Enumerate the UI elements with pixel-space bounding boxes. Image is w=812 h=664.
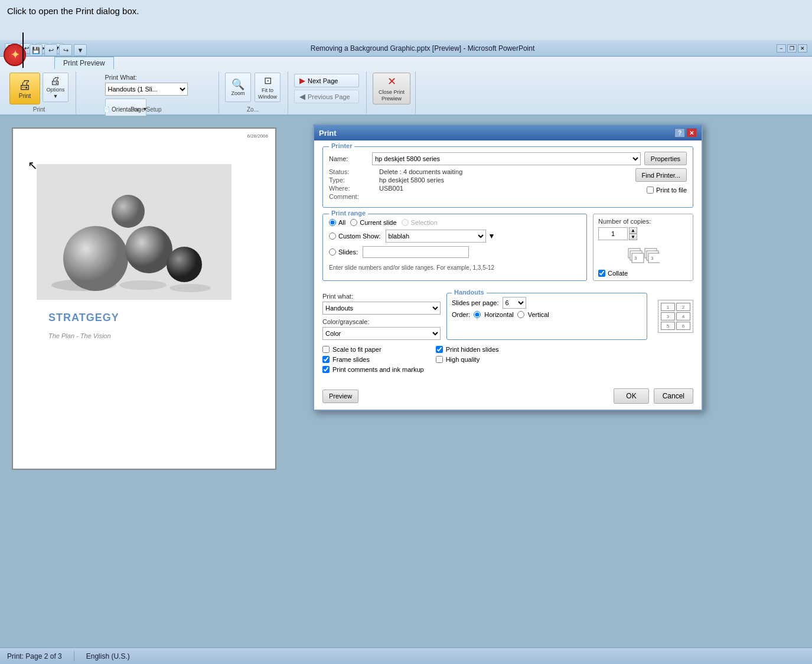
dialog-close-btn[interactable]: ✕ (686, 128, 697, 138)
slide-layout-icon: 1 2 3 4 5 6 (658, 300, 693, 333)
sli-2: 2 (676, 303, 690, 311)
svg-rect-17 (648, 253, 660, 263)
vertical-radio[interactable] (517, 311, 524, 318)
sli-4: 4 (676, 312, 690, 320)
custom-show-select[interactable]: blablah (386, 230, 486, 243)
qa-undo[interactable]: ↩ (44, 44, 57, 56)
dialog-footer: Preview OK Cancel (314, 385, 702, 410)
print-what-bottom-select[interactable]: Handouts (322, 302, 441, 315)
prev-page-button[interactable]: ◀ Previous Page (294, 90, 359, 103)
type-label: Type: (329, 176, 367, 184)
office-icon: ✦ (11, 48, 19, 61)
handouts-section: Handouts Slides per page: 6 Order: Horiz… (446, 293, 647, 340)
ribbon-group-nav: ▶ Next Page ◀ Previous Page (289, 71, 367, 114)
minimize-btn[interactable]: − (777, 44, 786, 53)
slides-input[interactable] (363, 246, 469, 258)
fit-to-window-button[interactable]: ⊡ Fit to Window (255, 73, 281, 102)
all-label: All (338, 219, 345, 226)
zoom-icon: 🔍 (231, 79, 244, 90)
slides-per-page-select[interactable]: 6 (503, 297, 526, 309)
custom-show-radio[interactable] (329, 233, 336, 240)
qa-dropdown[interactable]: ▼ (74, 44, 87, 56)
ribbon-group-page-setup: Print What: Handouts (1 Sli... 📄 Orienta… (77, 71, 219, 114)
print-to-file-checkbox[interactable] (647, 187, 654, 194)
fit-to-window-label: Fit to Window (255, 87, 280, 100)
qa-redo[interactable]: ↪ (59, 44, 72, 56)
qa-save[interactable]: 💾 (30, 44, 43, 56)
color-select[interactable]: Color (322, 327, 441, 340)
preview-button[interactable]: Preview (322, 390, 358, 403)
status-value: Delete : 4 documents waiting (379, 168, 462, 175)
current-slide-label: Current slide (360, 219, 396, 226)
print-preview-tab[interactable]: Print Preview (54, 57, 114, 69)
quick-access-toolbar: 💾 ↩ ↪ ▼ (30, 42, 87, 58)
comments-checkbox[interactable] (322, 366, 330, 373)
custom-show-label: Custom Show: (338, 233, 381, 240)
print-what-bottom-label: Print what: (322, 293, 441, 300)
current-slide-radio[interactable] (350, 219, 357, 226)
print-button[interactable]: 🖨 Print (9, 73, 40, 104)
svg-point-3 (63, 226, 128, 291)
ribbon-group-print: 🖨 Print 🖨 Options ▼ Print (5, 71, 76, 114)
copies-down-btn[interactable]: ▼ (629, 234, 637, 240)
copies-up-btn[interactable]: ▲ (629, 227, 637, 234)
zoom-button[interactable]: 🔍 Zoom (225, 73, 251, 102)
print-what-label: Print What: (105, 74, 137, 81)
type-value: hp deskjet 5800 series (379, 176, 444, 184)
print-range-label: Print range (329, 210, 368, 217)
horizontal-label: Horizontal (484, 311, 514, 318)
annotation-text: Click to open the Print dialog box. (0, 0, 146, 22)
scale-checkbox[interactable] (322, 346, 330, 353)
dialog-help-btn[interactable]: ? (674, 128, 685, 138)
sli-3: 3 (661, 312, 675, 320)
close-preview-icon: ✕ (387, 75, 396, 88)
svg-point-1 (119, 280, 167, 290)
next-page-button[interactable]: ▶ Next Page (294, 74, 359, 87)
copies-input[interactable] (598, 227, 628, 240)
selection-radio[interactable] (402, 219, 409, 226)
collate-icon: 1 2 3 1 2 3 (598, 244, 688, 267)
annotation-line (22, 32, 24, 68)
options-dropdown[interactable]: ▼ (53, 93, 58, 99)
printer-select[interactable]: hp deskjet 5800 series (372, 152, 641, 165)
close-preview-label: Close PrintPrewiew (379, 89, 405, 102)
selection-label: Selection (411, 219, 438, 226)
slide-subtitle: The Plan - The Vision (48, 332, 111, 339)
find-printer-button[interactable]: Find Printer... (635, 168, 687, 182)
slides-radio[interactable] (329, 248, 336, 256)
print-icon: 🖨 (18, 78, 31, 91)
color-label: Color/grayscale: (322, 318, 441, 325)
close-print-preview-button[interactable]: ✕ Close PrintPrewiew (373, 73, 410, 104)
dialog-title: Print (319, 129, 337, 138)
scale-label: Scale to fit paper (332, 346, 381, 353)
restore-btn[interactable]: ❐ (787, 44, 797, 53)
print-dialog: Print ? ✕ Printer Name: hp deskjet 5800 … (313, 124, 703, 411)
close-btn[interactable]: ✕ (798, 44, 807, 53)
dialog-title-bar: Print ? ✕ (314, 125, 702, 140)
svg-point-4 (125, 226, 172, 273)
print-what-select[interactable]: Handouts (1 Sli... (105, 83, 188, 96)
printer-section-label: Printer (329, 142, 354, 149)
page-setup-label: Page Setup (76, 106, 217, 113)
collate-checkbox[interactable] (598, 270, 605, 277)
horizontal-radio[interactable] (474, 311, 481, 318)
hidden-slides-checkbox[interactable] (436, 346, 443, 353)
copies-label: Number of copies: (598, 218, 688, 225)
properties-button[interactable]: Properties (644, 152, 687, 165)
all-radio[interactable] (329, 219, 336, 226)
collate-label: Collate (608, 270, 628, 277)
window-title: Removing a Background Graphic.pptx [Prev… (69, 44, 777, 53)
comments-label: Print comments and ink markup (332, 366, 424, 373)
printer-section: Printer Name: hp deskjet 5800 series Pro… (322, 146, 693, 208)
options-label: Options (46, 87, 64, 93)
custom-show-dropdown-icon: ▼ (488, 232, 495, 240)
cancel-button[interactable]: Cancel (654, 388, 693, 404)
high-quality-checkbox[interactable] (436, 356, 443, 363)
ribbon-group-zoom: 🔍 Zoom ⊡ Fit to Window Zo... (220, 71, 288, 114)
handouts-label: Handouts (452, 289, 487, 296)
ok-button[interactable]: OK (614, 388, 648, 404)
name-label: Name: (329, 155, 367, 162)
options-button[interactable]: 🖨 Options ▼ (43, 73, 69, 102)
frame-checkbox[interactable] (322, 356, 330, 363)
range-note: Enter slide numbers and/or slide ranges.… (329, 261, 581, 274)
